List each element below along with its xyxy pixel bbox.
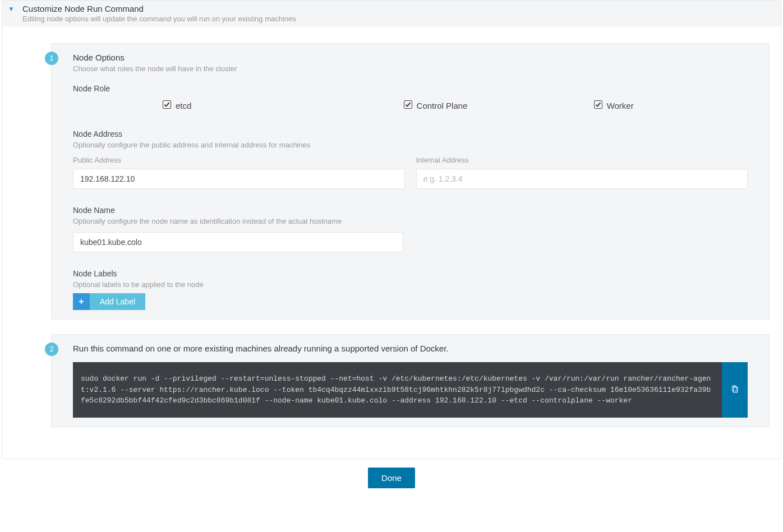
copy-command-button[interactable] [722, 362, 748, 418]
node-address-sub: Optionally configure the public address … [73, 141, 748, 149]
step-2-title: Run this command on one or more existing… [73, 344, 748, 353]
expand-toggle-icon[interactable]: ▼ [8, 5, 18, 13]
footer: Done [0, 468, 783, 497]
address-row: Public Address Internal Address [73, 156, 748, 189]
plus-icon: + [73, 293, 90, 310]
svg-rect-0 [733, 387, 737, 392]
internal-address-label: Internal Address [416, 156, 748, 164]
role-worker-label: Worker [607, 101, 634, 110]
internal-address-col: Internal Address [416, 156, 748, 189]
header-bar: ▼ Customize Node Run Command Editing nod… [2, 1, 781, 26]
header-subtitle: Editing node options will update the com… [22, 15, 775, 23]
node-labels-label: Node Labels [73, 269, 748, 278]
step-1-block: 1 Node Options Choose what roles the nod… [51, 43, 770, 320]
node-options-subtitle: Choose what roles the node will have in … [73, 64, 748, 73]
header-title: Customize Node Run Command [22, 4, 775, 13]
checkbox-worker-icon[interactable] [594, 100, 602, 109]
role-control-plane[interactable]: Control Plane [341, 101, 525, 110]
node-role-label: Node Role [73, 84, 748, 93]
step-2-block: 2 Run this command on one or more existi… [51, 334, 770, 427]
step-1-badge: 1 [45, 52, 58, 65]
done-button[interactable]: Done [368, 468, 415, 488]
add-label-button[interactable]: + Add Label [73, 293, 145, 310]
public-address-col: Public Address [73, 156, 405, 189]
main-card: ▼ Customize Node Run Command Editing nod… [2, 0, 781, 459]
command-wrap: sudo docker run -d --privileged --restar… [73, 362, 748, 418]
step-2-badge: 2 [45, 343, 58, 356]
node-name-input[interactable] [73, 232, 403, 252]
node-labels-sub: Optional labels to be applied to the nod… [73, 280, 748, 289]
role-etcd[interactable]: etcd [73, 101, 341, 110]
add-label-text: Add Label [90, 293, 145, 310]
node-name-label: Node Name [73, 206, 748, 215]
internal-address-input[interactable] [416, 169, 748, 189]
public-address-input[interactable] [73, 169, 405, 189]
command-text[interactable]: sudo docker run -d --privileged --restar… [73, 362, 722, 418]
svg-rect-1 [732, 386, 736, 391]
node-options-title: Node Options [73, 53, 748, 62]
role-worker[interactable]: Worker [524, 101, 748, 110]
content-area: 1 Node Options Choose what roles the nod… [2, 26, 781, 459]
header-text: Customize Node Run Command Editing node … [22, 4, 775, 23]
clipboard-icon [730, 385, 739, 395]
node-address-label: Node Address [73, 129, 748, 138]
checkbox-control-plane-icon[interactable] [404, 100, 412, 109]
checkbox-etcd-icon[interactable] [163, 100, 171, 109]
node-name-sub: Optionally configure the node name as id… [73, 217, 748, 225]
role-etcd-label: etcd [176, 101, 191, 110]
node-role-row: etcd Control Plane Worker [73, 101, 748, 110]
public-address-label: Public Address [73, 156, 405, 164]
role-control-plane-label: Control Plane [417, 101, 468, 110]
